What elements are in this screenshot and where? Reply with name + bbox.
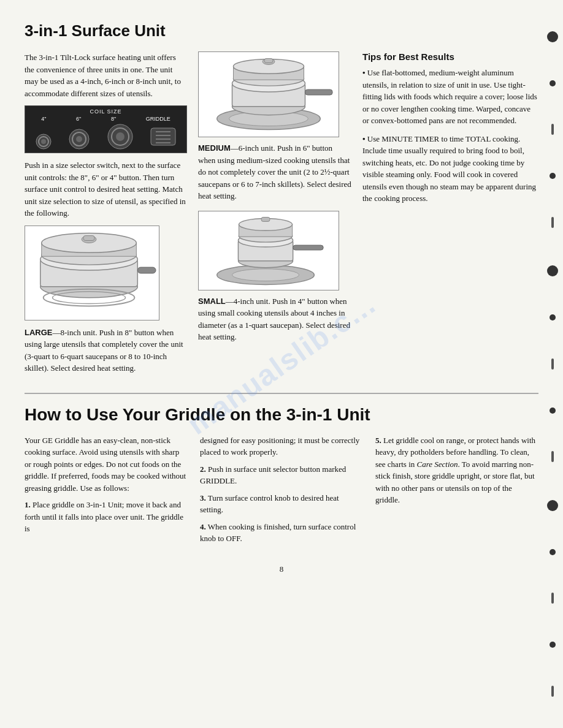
griddle-col-1: Your GE Griddle has an easy-clean, non-s…	[25, 434, 188, 550]
tips-title: Tips for Best Results	[362, 51, 538, 62]
coil-icons-row	[29, 123, 183, 150]
small-pan-svg	[199, 211, 339, 290]
tip-bullet-1: Use flat-bottomed, medium-weight aluminu…	[362, 67, 538, 127]
step4-text: When cooking is finished, turn surface c…	[200, 522, 356, 544]
middle-column: MEDIUM—6-inch unit. Push in 6" button wh…	[198, 51, 351, 379]
nav-dot-3	[550, 173, 556, 179]
medium-label-text: MEDIUM—6-inch unit. Push in 6" button wh…	[198, 142, 351, 202]
tip-bullet-2: Use MINUTE TIMER to time TOTAL cooking. …	[362, 133, 538, 205]
coil-icon-griddle	[150, 123, 177, 150]
nav-line-6	[551, 686, 554, 697]
step2-text: Push in surface unit selector button mar…	[200, 464, 346, 486]
svg-point-5	[76, 136, 82, 142]
page-nav-dots	[547, 0, 558, 728]
small-label-text: SMALL—4-inch unit. Push in 4" button whe…	[198, 295, 351, 343]
coil-label-8: 8"	[111, 116, 116, 122]
step1-text: Place griddle on 3-in-1 Unit; move it ba…	[25, 500, 183, 533]
medium-pan-svg	[199, 51, 339, 137]
coil-size-diagram: COIL SIZE 4" 6" 8" GRIDDLE	[25, 105, 187, 153]
griddle-step-1: 1. Place griddle on 3-in-1 Unit; move it…	[25, 499, 188, 535]
care-section-italic: Care Section	[417, 460, 458, 469]
section-divider	[25, 393, 538, 394]
nav-dot-2	[550, 80, 556, 86]
svg-point-8	[116, 132, 124, 141]
nav-dot-7	[550, 549, 556, 555]
nav-line-4	[551, 451, 554, 462]
griddle-col-2: designed for easy positioning; it must b…	[200, 434, 363, 550]
step3-label: 3.	[200, 493, 206, 502]
left-push-text: Push in a size selector switch, next to …	[25, 159, 187, 219]
svg-rect-45	[293, 245, 324, 250]
medium-bold-label: MEDIUM	[198, 143, 231, 153]
griddle-step-5: 5. Let griddle cool on range, or protect…	[375, 434, 538, 506]
left-intro-text: The 3-in-1 Tilt-Lock surface heating uni…	[25, 51, 187, 99]
svg-rect-44	[261, 217, 270, 221]
large-emdash: —	[53, 328, 61, 337]
medium-emdash: —	[231, 143, 239, 153]
step2-label: 2.	[200, 464, 206, 474]
coil-icon-8	[107, 123, 134, 150]
coil-icon-4	[35, 133, 52, 150]
nav-dot-6	[550, 408, 556, 414]
left-column: The 3-in-1 Tilt-Lock surface heating uni…	[25, 51, 187, 379]
nav-line-5	[551, 593, 554, 604]
step3-text: Turn surface control knob to desired hea…	[200, 493, 339, 515]
griddle-step-1-continued: designed for easy positioning; it must b…	[200, 434, 363, 458]
nav-dot-8	[550, 642, 556, 648]
coil-size-labels: 4" 6" 8" GRIDDLE	[29, 116, 183, 122]
coil-icon-6	[68, 128, 90, 150]
svg-point-37	[232, 268, 299, 281]
small-emdash: —	[226, 297, 234, 306]
bottom-section: Your GE Griddle has an easy-clean, non-s…	[25, 434, 538, 550]
step1-label: 1.	[25, 500, 31, 509]
large-label-text: LARGE—8-inch unit. Push in 8" button whe…	[25, 327, 187, 374]
top-section-title: 3-in-1 Surface Unit	[25, 21, 538, 40]
nav-dot-4	[547, 265, 558, 276]
step5-label: 5.	[375, 436, 381, 445]
coil-size-label: COIL SIZE	[90, 108, 121, 115]
nav-dot-5	[550, 314, 556, 320]
nav-line-3	[551, 358, 554, 370]
top-section: The 3-in-1 Tilt-Lock surface heating uni…	[25, 51, 538, 379]
bottom-section-title: How to Use Your Griddle on the 3-in-1 Un…	[25, 405, 538, 425]
griddle-col-3: 5. Let griddle cool on range, or protect…	[375, 434, 538, 550]
small-bold-label: SMALL	[198, 297, 226, 306]
griddle-intro: Your GE Griddle has an easy-clean, non-s…	[25, 434, 188, 495]
griddle-step-3: 3. Turn surface control knob to desired …	[200, 492, 363, 516]
nav-dot-1	[547, 31, 558, 42]
svg-rect-21	[83, 235, 94, 240]
nav-line-1	[551, 124, 554, 135]
griddle-step-2: 2. Push in surface unit selector button …	[200, 463, 363, 487]
griddle-step-4: 4. When cooking is finished, turn surfac…	[200, 521, 363, 545]
medium-pan-image	[198, 51, 339, 137]
coil-label-6: 6"	[76, 116, 81, 122]
svg-rect-22	[137, 267, 156, 273]
large-pan-svg	[25, 226, 159, 320]
page-number: 8	[25, 564, 538, 574]
svg-rect-35	[305, 89, 332, 95]
svg-point-2	[41, 139, 46, 144]
coil-label-4: 4"	[41, 116, 46, 122]
svg-rect-34	[264, 59, 273, 63]
nav-line-2	[551, 217, 554, 228]
small-pan-image	[198, 211, 339, 290]
large-pan-image	[25, 226, 159, 320]
coil-label-griddle: GRIDDLE	[146, 116, 170, 122]
right-column: Tips for Best Results Use flat-bottomed,…	[362, 51, 538, 379]
large-bold-label: LARGE	[25, 328, 53, 337]
step4-label: 4.	[200, 522, 206, 531]
nav-dot-5-big	[547, 500, 558, 511]
